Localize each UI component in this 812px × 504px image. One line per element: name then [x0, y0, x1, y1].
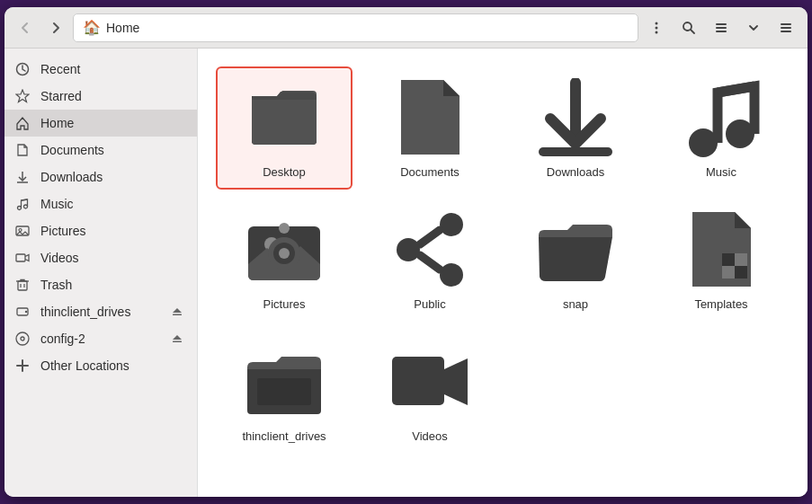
file-item-thinclient-drives[interactable]: thinclient_drives [216, 331, 352, 454]
file-item-pictures[interactable]: Pictures [216, 199, 352, 322]
pictures-file-icon [244, 209, 325, 290]
svg-point-47 [440, 213, 463, 236]
search-button[interactable] [674, 13, 703, 42]
svg-point-30 [21, 337, 24, 340]
file-label-public: Public [414, 297, 445, 311]
downloads-file-icon [535, 77, 616, 158]
menu-button[interactable] [642, 13, 671, 42]
view-dropdown-icon [749, 23, 758, 32]
file-manager-window: 🏠 Home [4, 7, 808, 497]
svg-rect-5 [716, 23, 727, 25]
home-path-icon: 🏠 [83, 19, 101, 36]
file-label-documents: Documents [400, 165, 460, 179]
search-icon [682, 21, 696, 35]
more-options-icon [649, 21, 664, 35]
svg-rect-28 [173, 314, 182, 316]
sidebar-item-other-locations[interactable]: Other Locations [4, 352, 197, 379]
view-options-button[interactable] [739, 13, 768, 42]
list-view-button[interactable] [707, 13, 736, 42]
svg-rect-6 [716, 27, 727, 29]
file-label-downloads: Downloads [547, 165, 604, 179]
titlebar: 🏠 Home [4, 7, 808, 49]
sidebar-item-music[interactable]: Music [4, 190, 197, 217]
music-icon [15, 197, 31, 211]
sidebar-label-documents: Documents [40, 143, 186, 157]
file-item-public[interactable]: Public [361, 199, 498, 322]
sidebar-item-thinclient[interactable]: thinclient_drives [4, 298, 197, 325]
sidebar-label-downloads: Downloads [40, 170, 186, 184]
sidebar: Recent Starred Home Documents [4, 49, 198, 497]
public-file-icon [389, 209, 470, 290]
sidebar-label-starred: Starred [40, 89, 186, 103]
file-item-videos[interactable]: Videos [361, 331, 498, 454]
config-icon [15, 332, 31, 346]
sidebar-item-starred[interactable]: Starred [4, 83, 197, 110]
svg-point-29 [16, 332, 29, 345]
file-label-videos: Videos [412, 429, 448, 443]
sidebar-item-recent[interactable]: Recent [4, 56, 197, 83]
sidebar-item-home[interactable]: Home [4, 110, 197, 137]
recent-icon [15, 62, 31, 76]
svg-point-45 [279, 248, 290, 259]
file-label-music: Music [706, 165, 736, 179]
file-item-documents[interactable]: Documents [361, 66, 498, 190]
documents-file-icon [389, 77, 470, 158]
svg-marker-31 [173, 335, 182, 340]
starred-icon [15, 89, 31, 103]
sidebar-label-other-locations: Other Locations [40, 358, 186, 373]
sidebar-label-home: Home [40, 116, 186, 130]
videos-icon [15, 251, 31, 265]
svg-rect-20 [16, 254, 25, 261]
svg-rect-55 [257, 378, 311, 405]
desktop-folder-icon [244, 77, 325, 158]
svg-rect-7 [716, 31, 727, 32]
sidebar-item-pictures[interactable]: Pictures [4, 217, 197, 244]
svg-rect-51 [722, 253, 735, 266]
svg-rect-9 [781, 27, 791, 29]
svg-marker-12 [16, 90, 29, 102]
file-item-downloads[interactable]: Downloads [507, 66, 644, 190]
svg-rect-21 [18, 281, 27, 290]
sidebar-item-config2[interactable]: config-2 [4, 325, 197, 352]
documents-icon [15, 143, 31, 157]
file-label-templates: Templates [694, 297, 747, 311]
sidebar-item-trash[interactable]: Trash [4, 271, 197, 298]
svg-rect-53 [722, 266, 735, 279]
svg-line-39 [718, 86, 754, 93]
hamburger-icon [779, 21, 793, 35]
file-item-templates[interactable]: Templates [653, 199, 790, 322]
file-item-desktop[interactable]: Desktop [216, 66, 352, 190]
svg-line-4 [691, 30, 694, 33]
sidebar-item-documents[interactable]: Documents [4, 137, 197, 164]
file-item-snap[interactable]: snap [507, 199, 644, 322]
file-label-desktop: Desktop [263, 165, 306, 179]
sidebar-item-videos[interactable]: Videos [4, 244, 197, 271]
sidebar-label-music: Music [40, 197, 186, 211]
svg-point-0 [656, 22, 658, 24]
hamburger-button[interactable] [772, 13, 800, 42]
eject-config2-button[interactable] [168, 332, 186, 346]
file-label-snap: snap [563, 297, 588, 311]
svg-rect-54 [735, 266, 747, 279]
trash-icon [15, 278, 31, 292]
templates-file-icon [681, 209, 762, 290]
svg-rect-56 [392, 357, 444, 405]
svg-line-49 [420, 230, 440, 244]
back-icon [19, 22, 31, 34]
sidebar-item-downloads[interactable]: Downloads [4, 164, 197, 190]
back-button[interactable] [12, 14, 39, 41]
svg-point-46 [397, 238, 420, 261]
svg-marker-57 [444, 358, 468, 405]
forward-button[interactable] [42, 14, 69, 41]
file-grid: Desktop Documents [198, 49, 808, 497]
sidebar-label-recent: Recent [40, 62, 186, 76]
home-icon [15, 116, 31, 130]
file-item-music[interactable]: Music [653, 66, 790, 190]
sidebar-label-pictures: Pictures [40, 224, 186, 238]
eject-thinclient-button[interactable] [168, 305, 186, 319]
svg-rect-32 [173, 341, 182, 343]
thinclient-drives-icon [244, 341, 325, 422]
path-bar[interactable]: 🏠 Home [73, 13, 638, 42]
drive-icon [15, 305, 31, 319]
sidebar-label-videos: Videos [40, 251, 186, 265]
